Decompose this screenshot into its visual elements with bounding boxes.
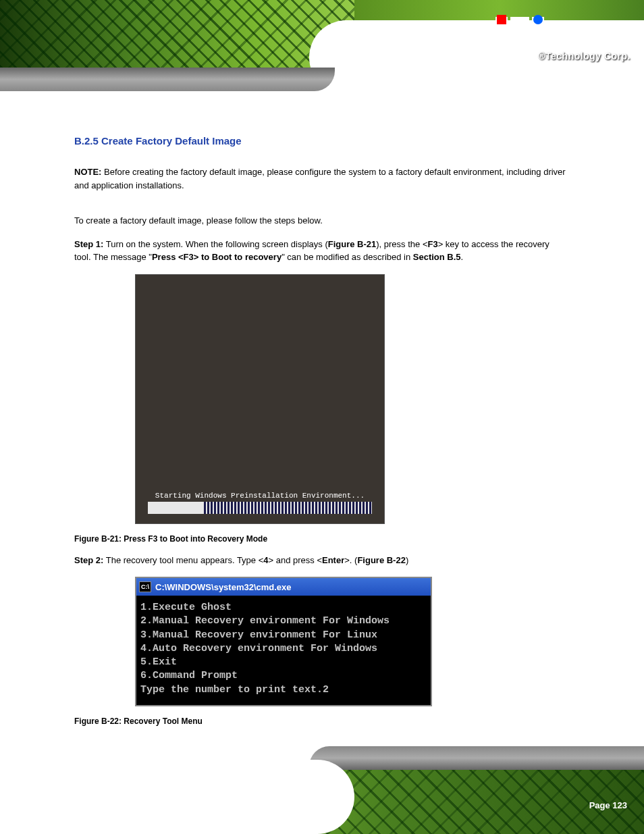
- logo-i-2: [532, 17, 544, 51]
- progress-bar: [148, 502, 372, 514]
- bottom-banner: Page 123: [0, 753, 644, 834]
- cmd-line-7: Type the number to print text.2: [140, 683, 427, 697]
- step-1-msg: Press <F3> to Boot to recovery: [152, 252, 281, 262]
- step-2-paragraph: Step 2: The recovery tool menu appears. …: [74, 554, 567, 567]
- cmd-titlebar: C:\ C:\WINDOWS\system32\cmd.exe: [136, 578, 431, 596]
- cmd-line-5: 5.Exit: [140, 656, 427, 669]
- circuit-pattern-left: [0, 0, 354, 68]
- step-2-figure-ref: Figure B-22: [357, 555, 406, 565]
- cmd-icon: C:\: [139, 581, 151, 592]
- company-logo: [495, 10, 546, 51]
- step-2-label: Step 2:: [74, 555, 103, 565]
- cmd-line-1: 1.Execute Ghost: [140, 601, 427, 615]
- logo-i-1: [495, 17, 508, 51]
- step-1-label: Step 1:: [74, 239, 103, 249]
- step-1-text-b: ), press the <: [376, 239, 427, 249]
- step-1-text-a: Turn on the system. When the following s…: [106, 239, 328, 249]
- top-banner: ®Technology Corp.: [0, 0, 644, 101]
- cmd-line-3: 3.Manual Recovery environment For Linux: [140, 629, 427, 642]
- cmd-line-4: 4.Auto Recovery environment For Windows: [140, 642, 427, 656]
- step-1-key: F3: [427, 239, 437, 249]
- step-2-text-c: >. (: [344, 555, 357, 565]
- step-1-section-ref: Section B.5: [413, 252, 461, 262]
- cmd-title-text: C:\WINDOWS\system32\cmd.exe: [155, 582, 292, 592]
- grey-bar-bottom: [309, 746, 644, 770]
- white-curve-bottom: [0, 760, 354, 834]
- step-1-paragraph: Step 1: Turn on the system. When the fol…: [74, 238, 567, 264]
- winpe-loading-text: Starting Windows Preinstallation Environ…: [136, 492, 384, 500]
- grey-bar-top: [0, 68, 335, 91]
- figure-2-screenshot: C:\ C:\WINDOWS\system32\cmd.exe 1.Execut…: [135, 577, 432, 706]
- step-2-key: 4: [263, 555, 268, 565]
- note-paragraph: NOTE: Before creating the factory defaul…: [74, 165, 567, 192]
- step-1-text-e: .: [461, 252, 464, 262]
- logo-e: [510, 17, 529, 51]
- cmd-body: 1.Execute Ghost 2.Manual Recovery enviro…: [136, 596, 431, 705]
- page-number: Page 123: [589, 800, 627, 810]
- figure-1-caption: Figure B-21: Press F3 to Boot into Recov…: [74, 534, 567, 544]
- cmd-line-6: 6.Command Prompt: [140, 669, 427, 683]
- note-label: NOTE:: [74, 167, 101, 177]
- intro-text: To create a factory default image, pleas…: [74, 214, 567, 228]
- cmd-line-2: 2.Manual Recovery environment For Window…: [140, 615, 427, 628]
- step-2-text-d: ): [406, 555, 408, 565]
- step-2-text-b: > and press <: [269, 555, 323, 565]
- section-heading: B.2.5 Create Factory Default Image: [74, 135, 567, 147]
- progress-fill: [204, 502, 372, 514]
- step-2-key2: Enter: [322, 555, 344, 565]
- step-1-text-d: " can be modified as described in: [281, 252, 413, 262]
- step-1-figure-ref: Figure B-21: [328, 239, 377, 249]
- figure-2-caption: Figure B-22: Recovery Tool Menu: [74, 716, 567, 726]
- company-name: ®Technology Corp.: [538, 51, 630, 61]
- content-area: B.2.5 Create Factory Default Image NOTE:…: [74, 135, 567, 736]
- figure-1-screenshot: Starting Windows Preinstallation Environ…: [135, 274, 385, 524]
- note-text: Before creating the factory default imag…: [74, 167, 566, 190]
- step-2-text-a: The recovery tool menu appears. Type <: [106, 555, 264, 565]
